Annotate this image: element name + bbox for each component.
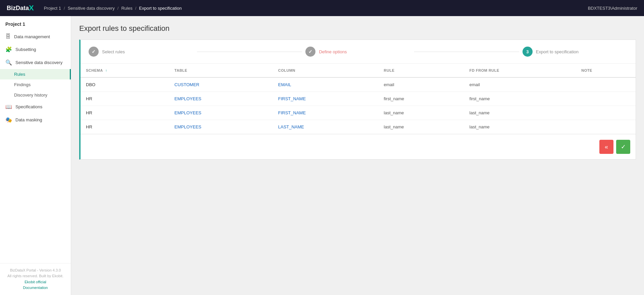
table-row: DBO CUSTOMER EMAIL email email	[81, 77, 636, 92]
breadcrumb-rules[interactable]: Rules	[121, 6, 132, 11]
breadcrumb: Project 1 / Sensitive data discovery / R…	[44, 6, 588, 11]
schema-cell: DBO	[81, 77, 169, 92]
schema-col-header[interactable]: SCHEMA ↑	[81, 64, 169, 77]
column-cell: LAST_NAME	[273, 120, 379, 134]
sidebar-item-label: Specifications	[15, 104, 42, 109]
rules-table: SCHEMA ↑ TABLE COLUMN RULE FD FROM RULE …	[81, 64, 636, 134]
page-title: Export rules to specification	[79, 24, 636, 33]
confirm-button[interactable]: ✓	[616, 140, 630, 154]
table-cell: EMPLOYEES	[169, 120, 273, 134]
documentation-link[interactable]: Documentation	[5, 285, 65, 291]
database-icon: 🗄	[5, 34, 11, 40]
sidebar-item-label: Data management	[14, 34, 50, 39]
column-col-header[interactable]: COLUMN	[273, 64, 379, 77]
rule-col-header[interactable]: RULE	[379, 64, 464, 77]
fd-from-rule-cell: last_name	[464, 106, 576, 120]
back-button[interactable]: «	[599, 140, 613, 154]
step-3-number: 3	[526, 49, 529, 54]
table-head: SCHEMA ↑ TABLE COLUMN RULE FD FROM RULE …	[81, 64, 636, 77]
column-cell: EMAIL	[273, 77, 379, 92]
sidebar-item-label: Data masking	[15, 117, 42, 122]
column-cell: FIRST_NAME	[273, 92, 379, 106]
schema-cell: HR	[81, 106, 169, 120]
sidebar-sub-item-rules[interactable]: Rules	[0, 69, 71, 79]
wizard-container: ✓ Select rules ✓ Define options 3	[79, 40, 636, 160]
step-1: ✓ Select rules	[89, 47, 194, 57]
note-cell	[576, 120, 636, 134]
table-row: HR EMPLOYEES LAST_NAME last_name last_na…	[81, 120, 636, 134]
logo-x: X	[29, 4, 34, 12]
note-col-header[interactable]: NOTE	[576, 64, 636, 77]
table-container: SCHEMA ↑ TABLE COLUMN RULE FD FROM RULE …	[81, 64, 636, 134]
note-cell	[576, 92, 636, 106]
step-3: 3 Export to specification	[523, 47, 628, 57]
sidebar-item-specifications[interactable]: 📖 Specifications	[0, 100, 71, 113]
breadcrumb-project[interactable]: Project 1	[44, 6, 61, 11]
step-2: ✓ Define options	[305, 47, 410, 57]
logo-text: BizData	[7, 5, 29, 12]
sort-asc-icon: ↑	[105, 68, 107, 72]
step-1-check-icon: ✓	[92, 49, 96, 54]
schema-cell: HR	[81, 120, 169, 134]
sidebar-item-sensitive-data-discovery[interactable]: 🔍 Sensitive data discovery	[0, 56, 71, 69]
step-2-check-icon: ✓	[308, 49, 312, 54]
step-connector-2	[414, 52, 519, 52]
sidebar-sub-item-discovery-history[interactable]: Discovery history	[0, 90, 71, 100]
breadcrumb-sep-3: /	[135, 6, 137, 11]
logo[interactable]: BizDataX	[7, 4, 34, 12]
sidebar: Project 1 🗄 Data management 🧩 Subsetting…	[0, 16, 71, 295]
step-3-circle: 3	[523, 47, 533, 57]
book-icon: 📖	[5, 104, 12, 110]
sidebar-item-data-masking[interactable]: 🎭 Data masking	[0, 113, 71, 126]
sidebar-item-label: Sensitive data discovery	[15, 60, 62, 65]
rule-cell: last_name	[379, 120, 464, 134]
step-2-label: Define options	[319, 49, 347, 54]
sidebar-item-label: Subsetting	[15, 47, 36, 52]
rule-cell: first_name	[379, 92, 464, 106]
step-1-circle: ✓	[89, 47, 99, 57]
fd-from-rule-cell: first_name	[464, 92, 576, 106]
step-2-circle: ✓	[305, 47, 315, 57]
breadcrumb-sep-1: /	[64, 6, 65, 11]
rule-cell: last_name	[379, 106, 464, 120]
ekobit-official-link[interactable]: Ekobit official	[5, 279, 65, 285]
fd-from-rule-cell: email	[464, 77, 576, 92]
step-3-label: Export to specification	[536, 49, 579, 54]
search-icon: 🔍	[5, 59, 12, 66]
fd-from-rule-col-header[interactable]: FD FROM RULE	[464, 64, 576, 77]
step-connector-1	[197, 52, 302, 52]
version-text: BizDataX Portal - Version 4.3.0	[5, 268, 65, 274]
sidebar-project-label: Project 1	[0, 16, 71, 30]
table-cell: EMPLOYEES	[169, 92, 273, 106]
rule-cell: email	[379, 77, 464, 92]
schema-cell: HR	[81, 92, 169, 106]
column-cell: FIRST_NAME	[273, 106, 379, 120]
main-content: Export rules to specification ✓ Select r…	[71, 16, 644, 295]
sidebar-nav: 🗄 Data management 🧩 Subsetting 🔍 Sensiti…	[0, 30, 71, 263]
table-body: DBO CUSTOMER EMAIL email email HR EMPLOY…	[81, 77, 636, 134]
wizard-actions: « ✓	[81, 134, 636, 159]
breadcrumb-sep-2: /	[117, 6, 119, 11]
mask-icon: 🎭	[5, 117, 12, 123]
table-cell: EMPLOYEES	[169, 106, 273, 120]
sidebar-item-data-management[interactable]: 🗄 Data management	[0, 30, 71, 43]
fd-from-rule-cell: last_name	[464, 120, 576, 134]
stepper: ✓ Select rules ✓ Define options 3	[81, 40, 636, 64]
table-row: HR EMPLOYEES FIRST_NAME first_name first…	[81, 92, 636, 106]
note-cell	[576, 106, 636, 120]
step-1-label: Select rules	[102, 49, 125, 54]
copyright-text: All rights reserved. Built by Ekobit.	[5, 273, 65, 279]
breadcrumb-discovery[interactable]: Sensitive data discovery	[68, 6, 115, 11]
table-cell: CUSTOMER	[169, 77, 273, 92]
puzzle-icon: 🧩	[5, 46, 12, 53]
sidebar-sub-item-findings[interactable]: Findings	[0, 79, 71, 90]
breadcrumb-export: Export to specification	[139, 6, 182, 11]
note-cell	[576, 77, 636, 92]
table-col-header[interactable]: TABLE	[169, 64, 273, 77]
user-info: BDXTEST3\Administrator	[588, 6, 637, 11]
table-row: HR EMPLOYEES FIRST_NAME last_name last_n…	[81, 106, 636, 120]
topnav: BizDataX Project 1 / Sensitive data disc…	[0, 0, 644, 16]
sidebar-item-subsetting[interactable]: 🧩 Subsetting	[0, 43, 71, 56]
sidebar-footer: BizDataX Portal - Version 4.3.0 All righ…	[0, 263, 71, 295]
